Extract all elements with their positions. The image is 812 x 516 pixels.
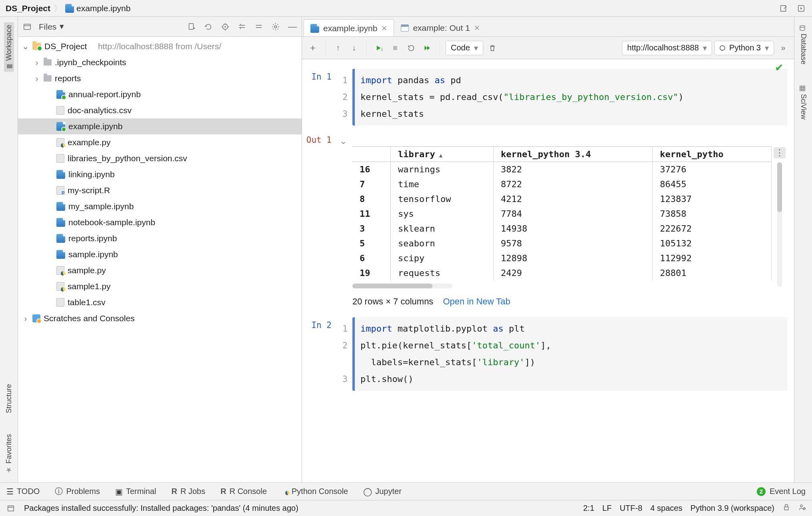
df-column-header[interactable]: kernel_python 3.4	[494, 147, 653, 162]
status-eol[interactable]: LF	[602, 504, 612, 513]
new-file-icon[interactable]	[186, 22, 197, 32]
tree-node[interactable]: reports.ipynb	[18, 230, 302, 246]
df-row[interactable]: 3 sklearn 14938 222672	[352, 221, 772, 236]
df-row[interactable]: 11 sys 7784 73858	[352, 206, 772, 221]
favorites-tool-button[interactable]: ★ Favorites	[4, 432, 14, 477]
project-tree[interactable]: ⌄ DS_Project http://localhost:8888 from …	[18, 37, 302, 482]
event-log-tool-button[interactable]: Event Log	[770, 487, 806, 496]
stop-button[interactable]	[388, 41, 402, 55]
status-indent[interactable]: 4 spaces	[650, 504, 682, 513]
todo-tool-button[interactable]: ☰TODO	[6, 487, 40, 496]
delete-cell-button[interactable]	[486, 41, 499, 55]
move-cell-down-button[interactable]: ↓	[347, 41, 361, 55]
tree-node[interactable]: notebook-sample.ipynb	[18, 214, 302, 230]
project-root-node[interactable]: ⌄ DS_Project http://localhost:8888 from …	[18, 38, 302, 54]
df-row[interactable]: 19 requests 2429 28801	[352, 266, 772, 280]
df-column-header[interactable]: library▲	[391, 147, 494, 162]
df-row[interactable]: 16 warnings 3822 37276	[352, 162, 772, 177]
tree-node[interactable]: my_sample.ipynb	[18, 198, 302, 214]
status-caret[interactable]: 2:1	[583, 504, 594, 513]
inspection-ok-icon[interactable]: ✔	[775, 62, 784, 74]
tree-node[interactable]: my-script.R	[18, 182, 302, 198]
structure-tool-button[interactable]: Structure	[4, 382, 14, 416]
move-cell-up-button[interactable]: ↑	[331, 41, 345, 55]
settings-icon[interactable]	[270, 22, 281, 32]
cell-code-in-2[interactable]: import matplotlib.pyplot as plt plt.pie(…	[352, 317, 788, 391]
open-in-new-tab-link[interactable]: Open in New Tab	[443, 296, 510, 307]
r-console-tool-button[interactable]: RR Console	[220, 487, 267, 496]
jupyter-tool-button[interactable]: ◯Jupyter	[363, 487, 402, 496]
cell-in-2[interactable]: In 2 12 3 import matplotlib.pyplot as pl…	[306, 317, 788, 391]
status-interpreter[interactable]: Python 3.9 (workspace)	[690, 504, 774, 513]
tree-node[interactable]: example.py	[18, 134, 302, 150]
tree-node[interactable]: doc-analytics.csv	[18, 102, 302, 118]
dataframe-scroll-area[interactable]: library▲kernel_python 3.4kernel_pytho 16…	[352, 146, 772, 288]
tree-node[interactable]: › .ipynb_checkpoints	[18, 54, 302, 70]
dataframe-table[interactable]: library▲kernel_python 3.4kernel_pytho 16…	[352, 146, 772, 280]
editor-tab[interactable]: example.ipynb ✕	[304, 19, 394, 37]
tree-node[interactable]: libraries_by_python_version.csv	[18, 150, 302, 166]
df-column-header[interactable]	[352, 147, 391, 162]
notebook-body[interactable]: In 1 123 import pandas as pd kernel_stat…	[302, 59, 794, 482]
tree-node[interactable]: sample1.py	[18, 278, 302, 294]
run-all-button[interactable]	[420, 41, 434, 55]
ide-settings-icon[interactable]	[798, 503, 806, 513]
tree-node[interactable]: annual-report.ipynb	[18, 86, 302, 102]
chevron-right-icon[interactable]: ›	[22, 314, 29, 323]
close-tab-icon[interactable]: ✕	[381, 24, 387, 33]
tree-node[interactable]: table1.csv	[18, 294, 302, 310]
tree-node[interactable]: example.ipynb	[18, 118, 302, 134]
python-console-tool-button[interactable]: Python Console	[282, 487, 348, 496]
problems-tool-button[interactable]: ⓘProblems	[55, 486, 100, 497]
sciview-tool-button[interactable]: SciView	[798, 83, 808, 122]
scratches-node[interactable]: › Scratches and Consoles	[18, 310, 302, 326]
tree-node[interactable]: sample.ipynb	[18, 246, 302, 262]
add-cell-button[interactable]	[306, 41, 320, 55]
chevron-down-icon[interactable]: ⌄	[22, 42, 29, 51]
run-anything-icon[interactable]	[796, 3, 806, 14]
tree-node[interactable]: linking.ipynb	[18, 166, 302, 182]
editor-tab[interactable]: example: Out 1 ✕	[394, 19, 486, 36]
cell-type-select[interactable]: Code ▾	[446, 41, 483, 55]
out1-collapse-toggle[interactable]: ⌄	[334, 134, 352, 146]
more-actions-button[interactable]: »	[776, 41, 790, 55]
status-encoding[interactable]: UTF-8	[620, 504, 642, 513]
tree-node[interactable]: › reports	[18, 70, 302, 86]
expand-all-icon[interactable]	[237, 22, 247, 32]
database-tool-button[interactable]: Database	[798, 22, 808, 67]
hide-pane-icon[interactable]: —	[287, 22, 298, 32]
df-row[interactable]: 7 time 8722 86455	[352, 177, 772, 192]
locate-icon[interactable]	[220, 22, 230, 32]
df-column-header[interactable]: kernel_pytho	[652, 147, 771, 162]
breadcrumb-file[interactable]: example.ipynb	[65, 4, 130, 13]
close-tab-icon[interactable]: ✕	[474, 24, 480, 32]
chevron-right-icon[interactable]: ›	[33, 74, 40, 83]
run-cell-button[interactable]: I	[372, 41, 386, 55]
status-window-icon[interactable]	[6, 503, 16, 514]
sort-asc-icon[interactable]: ▲	[439, 152, 442, 158]
kernel-select[interactable]: Python 3 ▾	[714, 41, 774, 55]
df-row[interactable]: 8 tensorflow 4212 123837	[352, 192, 772, 206]
tree-node[interactable]: sample.py	[18, 262, 302, 278]
caret-down-icon: ▾	[765, 43, 769, 53]
collapse-all-icon[interactable]	[254, 22, 264, 32]
chevron-right-icon[interactable]: ›	[33, 58, 40, 67]
terminal-tool-button[interactable]: ▣Terminal	[115, 487, 156, 496]
workspace-tool-button[interactable]: Workspace	[4, 22, 14, 72]
server-select[interactable]: http://localhost:8888 ▾	[622, 41, 712, 55]
cell-code-in-1[interactable]: import pandas as pd kernel_stats = pd.re…	[352, 69, 788, 126]
r-jobs-tool-button[interactable]: RR Jobs	[171, 487, 205, 496]
scratch-file-icon[interactable]	[778, 3, 789, 14]
refresh-icon[interactable]	[203, 22, 214, 32]
dataframe-menu-button[interactable]: ⋮	[774, 147, 786, 158]
restart-kernel-button[interactable]	[404, 41, 418, 55]
svg-point-9	[800, 26, 805, 28]
cell-in-1[interactable]: In 1 123 import pandas as pd kernel_stat…	[306, 69, 788, 126]
lock-icon[interactable]	[782, 503, 790, 513]
breadcrumb-project[interactable]: DS_Project	[6, 4, 50, 13]
df-row[interactable]: 5 seaborn 9578 105132	[352, 236, 772, 251]
dataframe-hscrollbar[interactable]	[352, 284, 452, 288]
df-row[interactable]: 6 scipy 12898 112992	[352, 251, 772, 266]
dataframe-vscrollbar[interactable]	[777, 162, 782, 287]
project-selector[interactable]: Files ▾	[39, 22, 64, 32]
